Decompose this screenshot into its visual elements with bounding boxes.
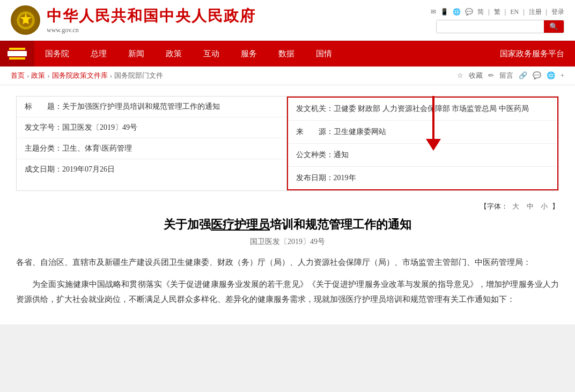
main-content: 标 题： 关于加强医疗护理员培训和规范管理工作的通知 发文字号： 国卫医发〔20… [0,85,575,324]
search-input[interactable] [437,20,544,33]
national-emblem [11,5,40,35]
logo-text: 中华人民共和国中央人民政府 www.gov.cn [47,6,256,34]
search-bar[interactable]: 🔍 [436,20,564,33]
traditional-link[interactable]: 繁 [494,8,500,17]
article-body: 各省、自治区、直辖市及新疆生产建设兵团卫生健康委、财政（务）厅（局）、人力资源社… [16,255,559,307]
wechat-icon[interactable]: 💬 [465,8,473,16]
register-link[interactable]: 注册 [529,8,542,17]
meta-date-value: 2019年07月26日 [62,165,278,174]
meta-title-label: 标 题： [25,102,62,112]
meta-date-label: 成文日期： [25,165,62,174]
wechat-share-icon[interactable]: 💬 [533,71,541,80]
font-large-button[interactable]: 大 [512,202,519,210]
meta-source-row: 来 源： 卫生健康委网站 [288,121,558,144]
meta-docnum-label: 发文字号： [25,123,62,132]
meta-title-row: 标 题： 关于加强医疗护理员培训和规范管理工作的通知 [17,97,286,117]
meta-topic-label: 主题分类： [25,144,62,153]
title-highlight: 医疗护理员 [211,218,270,231]
meta-docnum-value: 国卫医发〔2019〕49号 [62,123,278,132]
doc-meta-table: 标 题： 关于加强医疗护理员培训和规范管理工作的通知 发文字号： 国卫医发〔20… [16,96,559,191]
breadcrumb-current: 国务院部门文件 [114,71,163,80]
meta-title-value: 关于加强医疗护理员培训和规范管理工作的通知 [62,102,278,112]
meta-pubdate-value: 2019年 [334,173,550,183]
breadcrumb-sep3: › [110,71,112,80]
breadcrumb-bar: 首页 › 政策 › 国务院政策文件库 › 国务院部门文件 ☆ 收藏 ✏ 留言 🔗… [0,66,575,85]
site-header: 中华人民共和国中央人民政府 www.gov.cn ✉ 📱 🌐 💬 简 | 繁 |… [0,0,575,41]
nav-item-xinwen[interactable]: 新闻 [117,42,155,65]
english-link[interactable]: EN [510,8,519,16]
nav-item-zhengce[interactable]: 政策 [155,42,193,65]
breadcrumb-path: 首页 › 政策 › 国务院政策文件库 › 国务院部门文件 [11,71,163,80]
meta-topic-value: 卫生、体育\医药管理 [62,144,278,153]
meta-date-row: 成文日期： 2019年07月26日 [17,159,286,180]
article-subtitle: 国卫医发〔2019〕49号 [16,237,559,247]
meta-docnum-row: 发文字号： 国卫医发〔2019〕49号 [17,117,286,138]
meta-issuer-label: 发文机关： [296,104,334,114]
meta-pubdate-row: 发布日期： 2019年 [288,167,558,189]
nav-logo-icon [0,41,34,66]
nav-item-fuwu[interactable]: 服务 [230,42,268,65]
search-button[interactable]: 🔍 [544,20,564,33]
svg-point-3 [23,18,28,23]
meta-doctype-label: 公文种类： [296,150,334,160]
login-link[interactable]: 登录 [551,8,564,17]
font-small-button[interactable]: 小 [541,202,548,210]
separator3: | [523,8,524,16]
site-url: www.gov.cn [47,26,256,34]
separator1: | [488,8,489,16]
nav-item-guowuyuan[interactable]: 国务院 [34,42,80,65]
breadcrumb-actions: ☆ 收藏 ✏ 留言 🔗 💬 🌐 + [457,71,564,80]
main-nav: 国务院 总理 新闻 政策 互动 服务 数据 国情 国家政务服务平台 [0,41,575,66]
article-para1: 各省、自治区、直辖市及新疆生产建设兵团卫生健康委、财政（务）厅（局）、人力资源社… [16,255,559,270]
breadcrumb-library[interactable]: 国务院政策文件库 [52,71,108,80]
meta-doctype-row: 公文种类： 通知 [288,144,558,167]
header-right-area: ✉ 📱 🌐 💬 简 | 繁 | EN | 注册 | 登录 🔍 [431,8,564,33]
weibo-icon[interactable]: 🌐 [453,8,461,16]
breadcrumb-home[interactable]: 首页 [11,71,25,80]
font-bracket-close: 】 [552,202,559,210]
share-button[interactable]: 🔗 [519,71,527,80]
nav-item-hudong[interactable]: 互动 [193,42,230,65]
font-medium-button[interactable]: 中 [527,202,534,210]
doc-meta-section: 标 题： 关于加强医疗护理员培训和规范管理工作的通知 发文字号： 国卫医发〔20… [16,96,559,191]
nav-item-zongli[interactable]: 总理 [80,42,117,65]
nav-item-guoqing[interactable]: 国情 [305,42,343,65]
star-icon: ☆ [457,71,463,80]
site-title: 中华人民共和国中央人民政府 [47,6,256,26]
edit-icon: ✏ [488,71,494,80]
meta-source-value: 卫生健康委网站 [334,127,550,137]
email-icon[interactable]: ✉ [431,8,436,16]
nav-item-shuju[interactable]: 数据 [268,42,305,65]
favorite-button[interactable]: 收藏 [469,71,483,80]
font-controls: 【字体： 大 中 小 】 [16,202,559,211]
separator2: | [505,8,506,16]
nav-item-platform[interactable]: 国家政务服务平台 [489,42,575,65]
comment-button[interactable]: 留言 [499,71,513,80]
meta-pubdate-label: 发布日期： [296,173,334,183]
article-para2: 为全面实施健康中国战略和贯彻落实《关于促进健康服务业发展的若干意见》《关于促进护… [16,277,559,307]
meta-doctype-value: 通知 [334,150,550,160]
breadcrumb-sep2: › [47,71,49,80]
title-part1: 关于加强 [164,218,211,231]
arrow-head [426,139,441,151]
doc-meta-right: 发文机关： 卫健委 财政部 人力资源社会保障部 市场监管总局 中医药局 来 源：… [287,97,559,190]
title-part2: 培训和规范管理工作的通知 [270,218,411,231]
font-bracket-open: 【字体： [480,202,508,210]
weibo-share-icon[interactable]: 🌐 [547,71,555,80]
header-logo-area: 中华人民共和国中央人民政府 www.gov.cn [11,5,256,35]
article-title: 关于加强医疗护理员培训和规范管理工作的通知 [16,217,559,233]
meta-issuer-row: 发文机关： 卫健委 财政部 人力资源社会保障部 市场监管总局 中医药局 [288,98,558,121]
breadcrumb-sep1: › [27,71,29,80]
meta-issuer-value: 卫健委 财政部 人力资源社会保障部 市场监管总局 中医药局 [334,104,550,114]
separator4: | [546,8,547,16]
mobile-icon[interactable]: 📱 [440,8,448,16]
header-utility-icons: ✉ 📱 🌐 💬 简 | 繁 | EN | 注册 | 登录 [431,8,564,17]
meta-source-label: 来 源： [296,127,334,137]
arrow-shaft [432,96,434,139]
annotation-arrow [426,96,441,151]
meta-topic-row: 主题分类： 卫生、体育\医药管理 [17,138,286,159]
more-button[interactable]: + [561,71,564,80]
doc-meta-left: 标 题： 关于加强医疗护理员培训和规范管理工作的通知 发文字号： 国卫医发〔20… [17,97,287,190]
simplified-link[interactable]: 简 [477,8,484,17]
breadcrumb-policy[interactable]: 政策 [31,71,45,80]
